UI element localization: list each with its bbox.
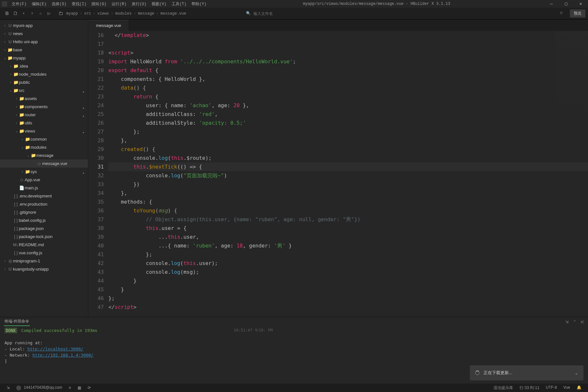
menu-help[interactable]: 帮助(Y) [189, 1, 209, 7]
tree-row[interactable]: ⌄📁src [0, 86, 88, 95]
tree-row[interactable]: ›Ukuangstudy-uniapp [0, 265, 88, 273]
tree-row[interactable]: [ ]vue.config.js [0, 249, 88, 257]
code-line[interactable]: this.$nextTick(() => { [108, 162, 588, 171]
code-line[interactable]: this.user = { [108, 224, 588, 233]
tree-row[interactable]: [ ]babel.config.js [0, 216, 88, 224]
bc-views[interactable]: views [96, 11, 110, 16]
term-network-url[interactable]: http://192.168.1.4:3000/ [32, 353, 93, 358]
menu-tools[interactable]: 工具(T) [169, 1, 189, 7]
code-line[interactable]: }; [108, 250, 588, 259]
terminal-close-icon[interactable]: x⃫ [581, 320, 584, 324]
tree-row[interactable]: ›Umyuni-app [0, 21, 88, 30]
chevron-icon[interactable]: ⌄ [14, 129, 19, 133]
tree-row[interactable]: ›📁utils [0, 119, 88, 127]
tree-row[interactable]: ⌄📁modules [0, 143, 88, 151]
code-line[interactable]: }, [108, 189, 588, 197]
tree-row[interactable]: ›◎miniprogram-1 [0, 257, 88, 265]
menu-publish[interactable]: 发行(U) [129, 1, 149, 7]
tree-row[interactable]: ›📁router [0, 111, 88, 119]
code-line[interactable]: additionalClass: 'red', [108, 110, 588, 119]
tree-row[interactable]: ›📁.idea [0, 62, 88, 70]
code-line[interactable]: <script> [108, 48, 588, 57]
tree-row[interactable]: ›📁sys [0, 168, 88, 176]
sb-syntax[interactable]: 语法提示库 [490, 385, 516, 391]
tab-message-vue[interactable]: message.vue [88, 20, 129, 31]
chevron-icon[interactable]: ⌄ [8, 89, 13, 92]
chevron-icon[interactable]: ⌄ [3, 56, 7, 60]
chevron-icon[interactable]: › [3, 40, 7, 44]
menu-goto[interactable]: 跳转(G) [89, 1, 109, 7]
code-line[interactable]: </template> [108, 31, 588, 40]
tree-row[interactable]: ›📁components [0, 103, 88, 111]
tree-row[interactable]: [ ].env.development [0, 192, 88, 200]
code-editor[interactable]: 1617181920212223242526272829303132333435… [88, 31, 588, 317]
terminal-collapse-icon[interactable]: ⌃ [573, 320, 576, 324]
tree-row[interactable]: [ ]package.json [0, 224, 88, 233]
code-line[interactable]: // Object.assign(this.user, {name: "rube… [108, 215, 588, 224]
term-local-url[interactable]: http://localhost:3000/ [27, 347, 83, 351]
chevron-icon[interactable]: › [8, 64, 13, 68]
tree-row[interactable]: [ ].gitignore [0, 208, 88, 216]
update-toast[interactable]: 正在下载更新... ⌄ [470, 365, 583, 380]
bc-modules[interactable]: modules [114, 11, 133, 16]
tree-row[interactable]: ›📁common [0, 135, 88, 143]
sb-list-icon[interactable]: ≡ [66, 386, 74, 390]
code-line[interactable]: console.log(this.user); [108, 259, 588, 268]
chevron-icon[interactable]: › [20, 170, 25, 173]
code-line[interactable]: user: { name: 'achao', age: 20 }, [108, 101, 588, 110]
code-line[interactable]: ...this.user, [108, 233, 588, 241]
code-line[interactable]: } [108, 285, 588, 294]
code-line[interactable]: }) [108, 180, 588, 189]
tree-row[interactable]: ◇message.vue [0, 159, 88, 168]
sb-language[interactable]: Vue [560, 385, 573, 391]
chevron-icon[interactable]: › [14, 121, 19, 125]
code-line[interactable]: import HelloWorld from '../../../compone… [108, 57, 588, 66]
file-explorer[interactable]: ›Umyuni-app›Unews›UHello uni-app›📁base⌄📁… [0, 19, 88, 317]
chevron-icon[interactable]: › [3, 259, 7, 263]
chevron-icon[interactable]: › [8, 72, 13, 76]
chevron-icon[interactable]: › [3, 48, 7, 52]
code-line[interactable]: export default { [108, 66, 588, 75]
code-line[interactable]: toYoung(msg) { [108, 206, 588, 215]
tree-row[interactable]: ›📁assets [0, 95, 88, 103]
code-line[interactable]: return { [108, 92, 588, 101]
bc-myapp[interactable]: myapp [65, 11, 79, 16]
code-line[interactable]: ...{ name: 'ruben', age: 18, gender: '男'… [108, 241, 588, 250]
code-line[interactable]: created() { [108, 145, 588, 154]
chevron-icon[interactable]: › [3, 24, 7, 27]
chevron-icon[interactable]: › [3, 32, 7, 35]
star-icon[interactable]: ☆ [36, 10, 45, 17]
sb-expand-icon[interactable]: ⇲ [3, 386, 13, 390]
code-line[interactable]: methods: { [108, 197, 588, 206]
chevron-down-icon[interactable]: ⌄ [575, 371, 578, 375]
tree-row[interactable]: ›UHello uni-app [0, 38, 88, 46]
chevron-icon[interactable]: › [14, 105, 19, 108]
minimap[interactable] [556, 31, 588, 128]
code-line[interactable]: components: { HelloWorld }, [108, 75, 588, 83]
menu-find[interactable]: 查找(I) [69, 1, 89, 7]
sb-encoding[interactable]: UTF-8 [543, 385, 560, 391]
filter-icon[interactable]: ⑂ [557, 11, 565, 16]
save-icon[interactable]: 🗋 [11, 11, 19, 17]
chevron-icon[interactable]: › [20, 137, 25, 141]
tree-row[interactable]: 📄main.js [0, 184, 88, 192]
chevron-icon[interactable]: › [14, 113, 19, 117]
maximize-button[interactable]: ▢ [559, 0, 573, 8]
terminal-prompt[interactable]: ] [5, 358, 583, 364]
new-file-icon[interactable]: 🗎 [3, 11, 11, 17]
code-line[interactable]: data() { [108, 83, 588, 92]
preview-button[interactable]: 预览 [570, 9, 585, 18]
minimize-button[interactable]: — [544, 0, 559, 8]
sb-cursor-pos[interactable]: 行:33 列:11 [516, 385, 543, 391]
tree-row[interactable]: ⌄📁message [0, 151, 88, 159]
menu-edit[interactable]: 编辑(E) [29, 1, 49, 7]
code-area[interactable]: </template><script>import HelloWorld fro… [107, 31, 588, 317]
code-line[interactable]: </script> [108, 303, 588, 311]
code-line[interactable]: }; [108, 294, 588, 303]
code-line[interactable]: console.log("页面加载完啦~") [108, 171, 588, 180]
tree-row[interactable]: ⌄📁views [0, 127, 88, 135]
bc-file[interactable]: message.vue [159, 11, 188, 16]
sb-account[interactable]: 1441470436@qq.com [13, 385, 66, 390]
code-line[interactable]: console.log(this.$route); [108, 154, 588, 162]
menu-view[interactable]: 视图(V) [149, 1, 169, 7]
